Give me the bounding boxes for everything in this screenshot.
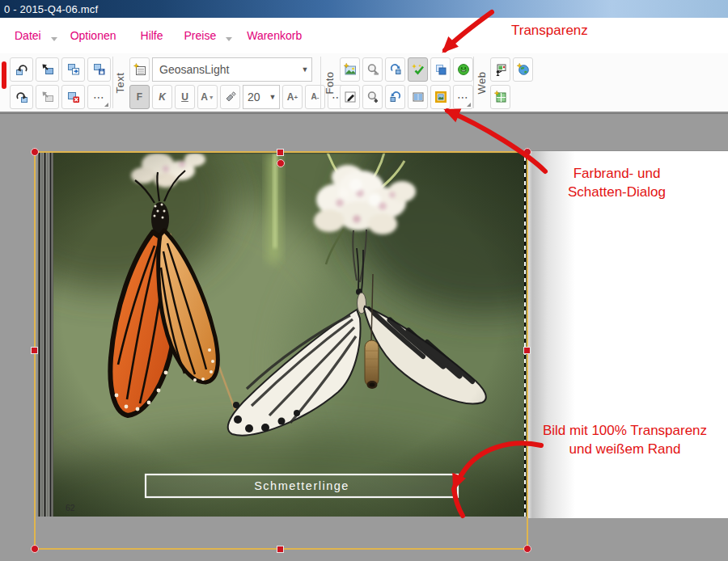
selection-handle-top-middle[interactable]	[277, 149, 284, 156]
font-dialog-icon	[133, 63, 146, 76]
annotation-farbrand-line1: Farbrand- und	[530, 164, 704, 183]
underline-icon: U	[181, 92, 188, 102]
selection-handle-top-left[interactable]	[31, 148, 39, 156]
format-paint-button[interactable]	[220, 85, 240, 109]
bold-button[interactable]: F	[129, 85, 150, 109]
bring-front-button[interactable]	[36, 57, 59, 82]
selection-handle-top-right[interactable]	[523, 148, 531, 156]
web-group-label: Web	[475, 53, 488, 112]
font-name-value: GeosansLight	[153, 63, 298, 76]
annotation-bild-line2: und weißem Rand	[522, 440, 728, 458]
font-size-value: 20	[243, 91, 266, 103]
more-foto-button[interactable]: ⋯	[453, 85, 473, 109]
web-group	[490, 57, 533, 109]
menu-bar: Datei Optionen Hilfe Preise Warenkorb	[0, 18, 728, 53]
save-page-button[interactable]	[87, 57, 111, 82]
font-name-combo[interactable]: GeosansLight ▼	[152, 57, 312, 82]
selection-handle-bottom-left[interactable]	[31, 545, 39, 553]
font-color-icon: A	[201, 92, 208, 102]
selection-handle-middle-right[interactable]	[523, 347, 531, 354]
transparency-button[interactable]	[430, 57, 451, 82]
web-globe-button[interactable]	[513, 57, 533, 82]
menu-item-datei[interactable]: Datei	[15, 29, 41, 42]
rotate-cw-icon	[389, 63, 402, 76]
slideshow-icon	[494, 63, 507, 76]
chevron-down-icon[interactable]	[51, 37, 57, 41]
chevron-down-icon: ▼	[209, 95, 214, 100]
web-grid-icon	[494, 91, 507, 103]
menu-item-preise[interactable]: Preise	[184, 29, 217, 42]
redo-button[interactable]	[10, 85, 33, 109]
toolbar-separator	[112, 57, 113, 108]
font-smaller-icon: A	[311, 93, 317, 101]
italic-icon: K	[159, 92, 166, 102]
border-frame-button[interactable]	[430, 85, 451, 109]
menu-item-warenkorb[interactable]: Warenkorb	[247, 29, 302, 42]
add-photo-button[interactable]	[340, 57, 360, 82]
send-back-button[interactable]	[36, 85, 59, 109]
font-larger-icon: A	[287, 92, 294, 102]
rotate-cw-button[interactable]	[385, 57, 405, 82]
annotation-farbrand-block: Farbrand- und Schatten-Dialog	[530, 164, 704, 201]
add-photo-icon	[344, 63, 357, 76]
menu-item-optionen[interactable]: Optionen	[70, 29, 116, 42]
save-page-icon	[93, 63, 106, 76]
chevron-down-icon[interactable]: ▼	[298, 65, 311, 74]
send-back-icon	[41, 91, 54, 103]
edit-photo-button[interactable]	[340, 85, 360, 109]
chevron-down-icon[interactable]	[226, 37, 232, 41]
smiley-button[interactable]	[453, 57, 473, 82]
corner-expand-icon	[104, 103, 108, 107]
autofix-button[interactable]	[408, 57, 428, 82]
annotation-transparenz: Transparenz	[511, 21, 588, 40]
foto-group-label: Foto	[323, 53, 336, 112]
bring-front-icon	[41, 63, 54, 76]
red-annotation-mark	[2, 61, 6, 89]
font-size-combo[interactable]: 20 ▼	[243, 85, 280, 109]
more-edit-button[interactable]: ⋯	[87, 85, 111, 109]
text-group: GeosansLight ▼ F K U A▼ 20 ▼ A+ A- ⋯	[129, 57, 348, 109]
web-grid-button[interactable]	[490, 85, 510, 109]
zoom-in-icon	[366, 91, 379, 103]
rotate-ccw-button[interactable]	[385, 85, 405, 109]
split-view-button[interactable]	[408, 85, 428, 109]
font-color-button[interactable]: A▼	[197, 85, 218, 109]
font-larger-button[interactable]: A+	[282, 85, 303, 109]
copy-page-button[interactable]	[61, 57, 85, 82]
slideshow-button[interactable]	[490, 57, 510, 82]
selection-handle-middle-left[interactable]	[31, 347, 38, 354]
annotation-bild-line1: Bild mit 100% Transparenz	[522, 421, 728, 440]
bold-icon: F	[137, 92, 142, 102]
copy-page-icon	[67, 63, 80, 76]
edit-group: ⋯	[10, 57, 111, 109]
toolbar-separator	[320, 57, 321, 108]
corner-expand-icon	[467, 103, 471, 107]
edit-photo-icon	[344, 91, 357, 103]
italic-button[interactable]: K	[152, 85, 172, 109]
autofix-icon	[412, 63, 425, 76]
rotation-handle[interactable]	[277, 159, 285, 167]
zoom-out-button[interactable]	[362, 57, 383, 82]
font-dialog-button[interactable]	[129, 57, 150, 82]
delete-page-button[interactable]	[61, 85, 85, 109]
undo-icon	[15, 63, 28, 76]
annotation-farbrand-line2: Schatten-Dialog	[530, 183, 704, 201]
selection-handle-bottom-right[interactable]	[523, 545, 531, 553]
selection-handle-bottom-middle[interactable]	[277, 546, 284, 553]
redo-icon	[15, 91, 28, 103]
undo-button[interactable]	[10, 57, 33, 82]
toolbar-separator	[473, 57, 474, 108]
chevron-down-icon[interactable]: ▼	[266, 93, 279, 101]
text-group-label: Text	[114, 53, 127, 112]
toolbar: ⋯ Text GeosansLight ▼ F K U A▼ 20	[0, 53, 728, 113]
menu-item-hilfe[interactable]: Hilfe	[141, 29, 163, 42]
facing-page-blank[interactable]	[527, 150, 728, 518]
delete-page-icon	[67, 91, 80, 103]
underline-button[interactable]: U	[175, 85, 195, 109]
window-title: 0 - 2015-Q4-06.mcf	[4, 3, 98, 15]
selection-frame	[34, 151, 528, 550]
zoom-in-button[interactable]	[362, 85, 383, 109]
rotate-ccw-icon	[389, 91, 402, 103]
annotation-bild-block: Bild mit 100% Transparenz und weißem Ran…	[522, 421, 728, 458]
border-frame-icon	[434, 91, 447, 103]
